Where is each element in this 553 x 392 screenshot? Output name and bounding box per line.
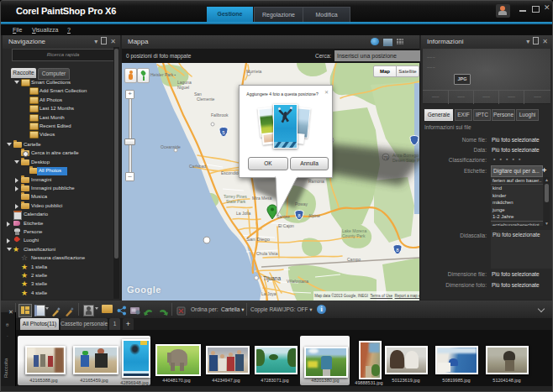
svg-text:County Park: County Park [342,233,366,238]
svg-text:Tijuana: Tijuana [263,275,281,282]
svg-text:Villafontana: Villafontana [287,279,308,284]
svg-text:Ramona: Ramona [308,179,324,184]
svg-text:State Park: State Park [226,199,246,204]
svg-text:Heisler Park ▪: Heisler Park ▪ [150,72,176,77]
svg-text:El Cajon: El Cajon [278,223,294,228]
svg-text:Oceanside: Oceanside [161,144,181,149]
svg-text:La Jolla: La Jolla [236,211,250,216]
svg-text:La Joya: La Joya [261,291,276,296]
svg-text:Campo: Campo [347,257,361,262]
svg-text:Carlsbad: Carlsbad [189,164,206,169]
svg-text:Alpine: Alpine [308,213,320,218]
svg-text:Fallbrook: Fallbrook [211,112,229,118]
svg-text:San Diego: San Diego [246,237,271,242]
svg-text:Chula Vista: Chula Vista [256,251,278,256]
svg-text:Murrieta: Murrieta [246,69,262,74]
svg-text:Niguel: Niguel [177,85,189,90]
svg-text:Clemente: Clemente [197,97,215,102]
